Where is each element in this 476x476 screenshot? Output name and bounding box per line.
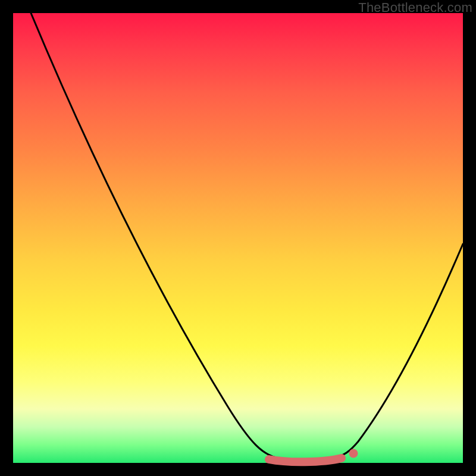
- chart-svg: [13, 13, 463, 463]
- optimal-range-marker: [269, 458, 342, 462]
- chart-frame: TheBottleneck.com: [0, 0, 476, 476]
- optimal-range-end-dot: [349, 449, 358, 458]
- chart-plot-area: [13, 13, 463, 463]
- bottleneck-curve-path: [31, 13, 463, 460]
- watermark-text: TheBottleneck.com: [358, 0, 472, 15]
